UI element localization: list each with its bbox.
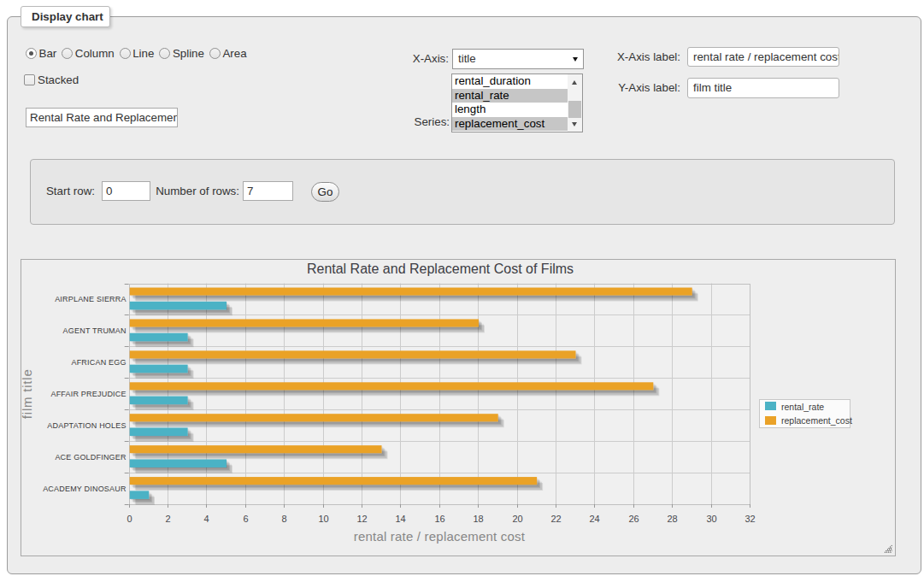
svg-text:24: 24	[589, 514, 599, 524]
svg-text:10: 10	[318, 514, 328, 524]
svg-text:6: 6	[243, 514, 248, 524]
svg-text:8: 8	[281, 514, 286, 524]
svg-text:28: 28	[667, 514, 677, 524]
svg-text:AFRICAN EGG: AFRICAN EGG	[71, 358, 126, 367]
svg-text:22: 22	[550, 514, 561, 524]
svg-text:12: 12	[356, 514, 367, 524]
svg-text:2: 2	[165, 514, 170, 524]
svg-text:0: 0	[127, 514, 132, 524]
svg-text:16: 16	[434, 514, 444, 524]
svg-text:AIRPLANE SIERRA: AIRPLANE SIERRA	[55, 295, 127, 303]
svg-text:20: 20	[512, 514, 522, 524]
svg-text:26: 26	[628, 514, 639, 524]
svg-text:film title: film title	[21, 368, 34, 419]
svg-text:ACADEMY DINOSAUR: ACADEMY DINOSAUR	[43, 485, 127, 493]
svg-text:18: 18	[473, 514, 483, 524]
svg-text:30: 30	[706, 514, 716, 524]
svg-text:AFFAIR PREJUDICE: AFFAIR PREJUDICE	[50, 390, 126, 398]
svg-text:ACE GOLDFINGER: ACE GOLDFINGER	[55, 453, 127, 461]
svg-text:Rental Rate and Replacement Co: Rental Rate and Replacement Cost of Film…	[307, 262, 574, 276]
svg-text:ADAPTATION HOLES: ADAPTATION HOLES	[47, 421, 126, 430]
svg-text:4: 4	[203, 514, 209, 524]
svg-text:AGENT TRUMAN: AGENT TRUMAN	[63, 326, 127, 335]
svg-text:14: 14	[395, 514, 405, 524]
svg-text:rental rate / replacement cost: rental rate / replacement cost	[354, 529, 526, 544]
svg-text:32: 32	[744, 514, 755, 524]
